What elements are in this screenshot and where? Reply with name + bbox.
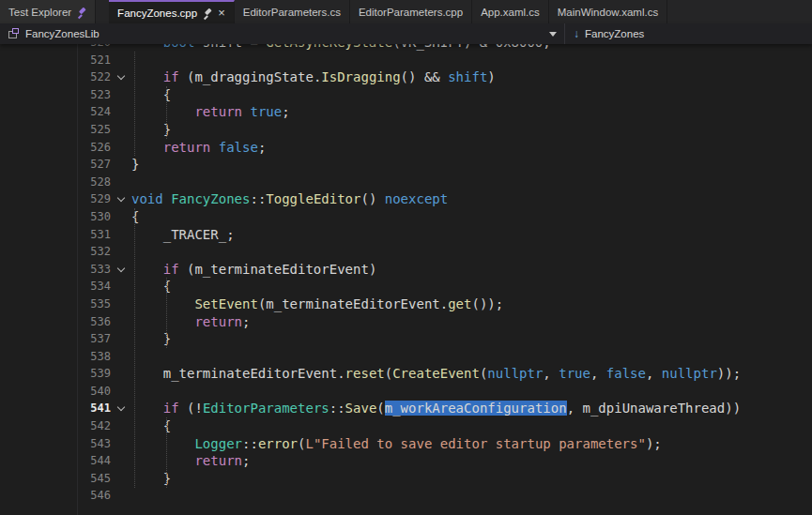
line-number[interactable]: 536 bbox=[0, 313, 111, 331]
line-number[interactable]: 533 bbox=[0, 261, 111, 279]
line-number[interactable]: 538 bbox=[0, 348, 111, 366]
vs-window: Test Explorer FancyZones.cpp×EditorParam… bbox=[0, 0, 812, 515]
line-number[interactable]: 543 bbox=[0, 435, 111, 453]
code-line[interactable]: 533 if (m_terminateEditorEvent) bbox=[0, 261, 812, 279]
fold-margin[interactable] bbox=[111, 365, 131, 383]
fold-margin[interactable] bbox=[111, 68, 131, 86]
code-line[interactable]: 540 bbox=[0, 383, 812, 401]
code-line[interactable]: 524 return true; bbox=[0, 103, 812, 121]
code-line[interactable]: 541 if (!EditorParameters::Save(m_workAr… bbox=[0, 400, 812, 417]
line-number[interactable]: 526 bbox=[0, 139, 111, 157]
fold-margin[interactable] bbox=[111, 52, 131, 69]
fold-margin[interactable] bbox=[111, 86, 131, 104]
fold-margin[interactable] bbox=[111, 435, 131, 453]
fold-margin[interactable] bbox=[111, 452, 131, 470]
line-number[interactable]: 539 bbox=[0, 365, 111, 383]
fold-margin[interactable] bbox=[111, 44, 131, 52]
code-line[interactable]: 529void FancyZones::ToggleEditor() noexc… bbox=[0, 190, 812, 208]
code-line[interactable]: 535 SetEvent(m_terminateEditorEvent.get(… bbox=[0, 295, 812, 313]
tab-app-xaml-cs[interactable]: App.xaml.cs bbox=[472, 0, 549, 23]
line-number[interactable]: 544 bbox=[0, 452, 111, 470]
fold-margin[interactable] bbox=[111, 278, 131, 295]
line-number[interactable]: 531 bbox=[0, 226, 111, 244]
code-line[interactable]: 545 } bbox=[0, 470, 812, 488]
tab-editorparameters-cs[interactable]: EditorParameters.cs bbox=[235, 0, 350, 23]
fold-margin[interactable] bbox=[111, 400, 131, 417]
fold-margin[interactable] bbox=[111, 261, 131, 279]
fold-margin[interactable] bbox=[111, 121, 131, 139]
fold-margin[interactable] bbox=[111, 190, 131, 208]
project-dropdown[interactable]: FancyZonesLib bbox=[0, 23, 564, 44]
pin-icon[interactable] bbox=[76, 7, 86, 17]
line-number[interactable]: 529 bbox=[0, 190, 111, 208]
close-icon[interactable]: × bbox=[218, 7, 225, 19]
fold-margin[interactable] bbox=[111, 174, 131, 191]
line-number[interactable]: 542 bbox=[0, 417, 111, 435]
collapse-chevron-icon[interactable] bbox=[117, 72, 125, 80]
code-line[interactable]: 520 bool shift = GetAsyncKeyState(VK_SHI… bbox=[0, 44, 812, 52]
code-line[interactable]: 526 return false; bbox=[0, 139, 812, 157]
fold-margin[interactable] bbox=[111, 295, 131, 313]
code-line[interactable]: 537 } bbox=[0, 330, 812, 348]
line-number[interactable]: 541 bbox=[0, 400, 111, 417]
code-line[interactable]: 525 } bbox=[0, 121, 812, 139]
pin-icon[interactable] bbox=[202, 8, 212, 18]
collapse-chevron-icon[interactable] bbox=[117, 264, 125, 271]
line-number[interactable]: 520 bbox=[0, 44, 111, 52]
line-number[interactable]: 530 bbox=[0, 208, 111, 226]
fold-margin[interactable] bbox=[111, 156, 131, 174]
line-number[interactable]: 532 bbox=[0, 243, 111, 261]
fold-margin[interactable] bbox=[111, 470, 131, 488]
code-line[interactable]: 532 bbox=[0, 243, 812, 261]
code-line[interactable]: 539 m_terminateEditorEvent.reset(CreateE… bbox=[0, 365, 812, 383]
fold-margin[interactable] bbox=[111, 348, 131, 366]
code-line[interactable]: 546 bbox=[0, 487, 812, 505]
line-number[interactable]: 540 bbox=[0, 383, 111, 401]
collapse-chevron-icon[interactable] bbox=[117, 403, 125, 411]
fold-margin[interactable] bbox=[111, 139, 131, 157]
code-line[interactable]: 523 { bbox=[0, 86, 812, 104]
member-dropdown[interactable]: ↓ FancyZones bbox=[564, 23, 652, 44]
line-number[interactable]: 528 bbox=[0, 174, 111, 191]
fold-margin[interactable] bbox=[111, 243, 131, 261]
fold-margin[interactable] bbox=[111, 103, 131, 121]
code-line[interactable]: 543 Logger::error(L"Failed to save edito… bbox=[0, 435, 812, 453]
code-line[interactable]: 534 { bbox=[0, 278, 812, 295]
code-line[interactable]: 531 _TRACER_; bbox=[0, 226, 812, 244]
code-editor[interactable]: 520 bool shift = GetAsyncKeyState(VK_SHI… bbox=[0, 44, 812, 515]
code-line[interactable]: 530{ bbox=[0, 208, 812, 226]
code-line[interactable]: 522 if (m_draggingState.IsDragging() && … bbox=[0, 68, 812, 86]
chevron-down-icon[interactable] bbox=[549, 32, 557, 37]
tab-fancyzones-cpp[interactable]: FancyZones.cpp× bbox=[109, 0, 235, 23]
line-number[interactable]: 523 bbox=[0, 86, 111, 104]
fold-margin[interactable] bbox=[111, 208, 131, 226]
line-number[interactable]: 524 bbox=[0, 103, 111, 121]
line-number[interactable]: 546 bbox=[0, 487, 111, 505]
fold-margin[interactable] bbox=[111, 417, 131, 435]
code-line[interactable]: 538 bbox=[0, 348, 812, 366]
code-line[interactable]: 528 bbox=[0, 174, 812, 191]
line-number[interactable]: 545 bbox=[0, 470, 111, 488]
fold-margin[interactable] bbox=[111, 226, 131, 244]
fold-margin[interactable] bbox=[111, 383, 131, 401]
fold-margin[interactable] bbox=[111, 330, 131, 348]
line-number[interactable]: 537 bbox=[0, 330, 111, 348]
line-number[interactable]: 527 bbox=[0, 156, 111, 174]
selected-text[interactable]: m_workAreaConfiguration bbox=[385, 401, 567, 416]
fold-margin[interactable] bbox=[111, 313, 131, 331]
code-line[interactable]: 527} bbox=[0, 156, 812, 174]
fold-margin[interactable] bbox=[111, 487, 131, 505]
code-line[interactable]: 536 return; bbox=[0, 313, 812, 331]
code-line[interactable]: 521 bbox=[0, 52, 812, 69]
line-number[interactable]: 535 bbox=[0, 295, 111, 313]
tab-test-explorer[interactable]: Test Explorer bbox=[0, 0, 96, 23]
line-number[interactable]: 521 bbox=[0, 52, 111, 69]
line-number[interactable]: 522 bbox=[0, 68, 111, 86]
code-line[interactable]: 544 return; bbox=[0, 452, 812, 470]
tab-mainwindow-xaml-cs[interactable]: MainWindow.xaml.cs bbox=[549, 0, 667, 23]
code-line[interactable]: 542 { bbox=[0, 417, 812, 435]
collapse-chevron-icon[interactable] bbox=[117, 194, 125, 202]
line-number[interactable]: 534 bbox=[0, 278, 111, 295]
tab-editorparameters-cpp[interactable]: EditorParameters.cpp bbox=[350, 0, 472, 23]
line-number[interactable]: 525 bbox=[0, 121, 111, 139]
